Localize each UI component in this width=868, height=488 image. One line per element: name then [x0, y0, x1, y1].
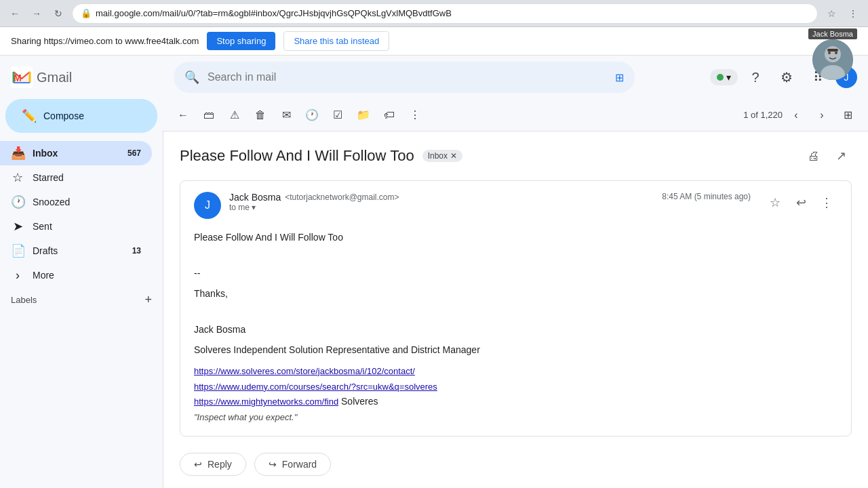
print-button[interactable]: 🖨 [803, 145, 825, 167]
gmail-logo-icon: M [11, 66, 33, 88]
body-line1: Please Follow And I Will Follow Too [194, 230, 837, 245]
search-bar[interactable]: 🔍 ⊞ [174, 62, 635, 93]
open-in-new-button[interactable]: ↗ [830, 145, 852, 167]
compose-button[interactable]: ✏️ Compose [5, 99, 157, 133]
reply-label: Reply [208, 459, 232, 470]
email-toolbar: ← 🗃 ⚠ 🗑 ✉ 🕐 ☑ 📁 🏷 ⋮ 1 of 1,220 ‹ › [163, 99, 868, 131]
email-header-actions: ☆ ↩ ⋮ [764, 192, 837, 214]
reply-buttons: ↩ Reply ↪ Forward [180, 453, 852, 476]
email-subject-line: Please Follow And I Will Follow Too Inbo… [180, 145, 852, 167]
refresh-button[interactable]: ↻ [49, 4, 68, 23]
labels-section: Labels + [0, 287, 163, 312]
back-button[interactable]: ← [5, 4, 24, 23]
chevron-down-icon: ▾ [726, 72, 731, 83]
sidebar-item-inbox[interactable]: 📥 Inbox 567 [0, 141, 152, 165]
account-selector[interactable]: ▾ [710, 69, 738, 85]
gmail-logo-text: Gmail [37, 70, 72, 85]
star-email-button[interactable]: ☆ [764, 192, 786, 214]
snoozed-label: Snoozed [33, 197, 70, 207]
sidebar-item-snoozed[interactable]: 🕐 Snoozed [0, 190, 152, 214]
url-text: mail.google.com/mail/u/0/?tab=rm&ogbl#in… [96, 8, 452, 18]
more-email-options-button[interactable]: ⋮ [816, 192, 837, 214]
bookmark-button[interactable]: ☆ [822, 4, 841, 23]
link3[interactable]: https://www.mightynetworks.com/find [194, 396, 338, 407]
inbox-label: Inbox [33, 148, 58, 159]
snoozed-icon: 🕐 [11, 195, 24, 209]
email-subject: Please Follow And I Will Follow Too [180, 147, 414, 165]
search-filter-icon[interactable]: ⊞ [615, 71, 624, 84]
body-title: Solveres Independent Solution Representa… [194, 342, 837, 357]
inbox-badge-label: Inbox ✕ [422, 150, 462, 162]
drafts-icon: 📄 [11, 243, 24, 258]
inbox-icon: 📥 [11, 146, 24, 161]
report-spam-button[interactable]: ⚠ [222, 103, 247, 127]
archive-button[interactable]: 🗃 [197, 103, 221, 127]
reply-email-button[interactable]: ↩ [790, 192, 812, 214]
share-tab-button[interactable]: Share this tab instead [283, 31, 389, 51]
search-input[interactable] [208, 71, 607, 83]
stop-sharing-button[interactable]: Stop sharing [207, 32, 275, 50]
sender-avatar: J [194, 192, 221, 219]
link3-suffix: Solveres [341, 396, 378, 407]
snooze-button[interactable]: 🕐 [300, 103, 324, 127]
help-button[interactable]: ? [742, 64, 769, 91]
label-button[interactable]: 🏷 [377, 103, 401, 127]
add-label-button[interactable]: + [144, 293, 152, 307]
sender-to: to me ▾ [229, 203, 654, 212]
browser-bar: ← → ↻ 🔒 mail.google.com/mail/u/0/?tab=rm… [0, 0, 868, 27]
svg-point-4 [835, 52, 837, 54]
sidebar: M Gmail ✏️ Compose 📥 Inbox 567 ☆ Starred… [0, 56, 163, 488]
gmail-logo: M Gmail [0, 61, 163, 99]
next-email-button[interactable]: › [810, 103, 834, 127]
sender-email: <tutorjacknetwork@gmail.com> [285, 192, 399, 202]
browser-actions: ☆ ⋮ [822, 4, 863, 23]
link2[interactable]: https://www.udemy.com/courses/search/?sr… [194, 382, 437, 392]
labels-title: Labels [11, 295, 37, 305]
prev-email-button[interactable]: ‹ [784, 103, 808, 127]
sidebar-item-starred[interactable]: ☆ Starred [0, 165, 152, 190]
starred-label: Starred [33, 172, 64, 183]
forward-button[interactable]: → [27, 4, 46, 23]
email-content-area: Please Follow And I Will Follow Too Inbo… [163, 131, 868, 488]
email-thread: Please Follow And I Will Follow Too Inbo… [163, 131, 868, 488]
more-actions-button[interactable]: ⋮ [403, 103, 427, 127]
more-label: More [33, 270, 54, 281]
link1[interactable]: https://www.solveres.com/store/jackbosma… [194, 366, 415, 376]
reply-button[interactable]: ↩ Reply [180, 453, 246, 476]
email-panel: ← 🗃 ⚠ 🗑 ✉ 🕐 ☑ 📁 🏷 ⋮ 1 of 1,220 ‹ › [163, 99, 868, 488]
settings-button[interactable]: ⚙ [773, 64, 800, 91]
content-row: ← 🗃 ⚠ 🗑 ✉ 🕐 ☑ 📁 🏷 ⋮ 1 of 1,220 ‹ › [163, 99, 868, 488]
more-icon: › [11, 268, 24, 283]
move-to-button[interactable]: 📁 [351, 103, 376, 127]
inbox-badge: 567 [127, 148, 141, 158]
sent-label: Sent [33, 221, 52, 232]
reply-icon: ↩ [194, 459, 202, 470]
forward-icon: ↪ [269, 459, 277, 470]
body-divider: -- [194, 266, 837, 281]
add-to-tasks-button[interactable]: ☑ [326, 103, 350, 127]
mark-unread-button[interactable]: ✉ [274, 103, 298, 127]
compose-label: Compose [43, 110, 84, 121]
sharing-bar: Sharing https://vimeo.com to www.free4ta… [0, 27, 868, 56]
sidebar-item-drafts[interactable]: 📄 Drafts 13 [0, 239, 152, 263]
expand-recipients-icon[interactable]: ▾ [252, 203, 256, 212]
delete-button[interactable]: 🗑 [248, 103, 273, 127]
nav-arrows: ‹ › [784, 103, 834, 127]
address-bar[interactable]: 🔒 mail.google.com/mail/u/0/?tab=rm&ogbl#… [72, 3, 818, 24]
forward-button[interactable]: ↪ Forward [254, 453, 331, 476]
svg-rect-5 [827, 49, 838, 52]
extension-button[interactable]: ⋮ [844, 4, 863, 23]
inbox-badge-text: Inbox [428, 151, 448, 161]
sidebar-item-sent[interactable]: ➤ Sent [0, 214, 152, 239]
toggle-layout-button[interactable]: ⊞ [835, 103, 860, 127]
back-to-inbox-button[interactable]: ← [171, 103, 195, 127]
body-thanks: Thanks, [194, 286, 837, 301]
email-time: 8:45 AM (5 minutes ago) [662, 192, 751, 201]
email-header: J Jack Bosma <tutorjacknetwork@gmail.com… [194, 192, 837, 219]
svg-text:M: M [14, 73, 22, 83]
drafts-badge: 13 [132, 246, 141, 256]
inbox-badge-close[interactable]: ✕ [450, 151, 457, 161]
email-message: J Jack Bosma <tutorjacknetwork@gmail.com… [180, 180, 852, 436]
sidebar-item-more[interactable]: › More [0, 263, 152, 287]
search-icon: 🔍 [184, 70, 199, 85]
